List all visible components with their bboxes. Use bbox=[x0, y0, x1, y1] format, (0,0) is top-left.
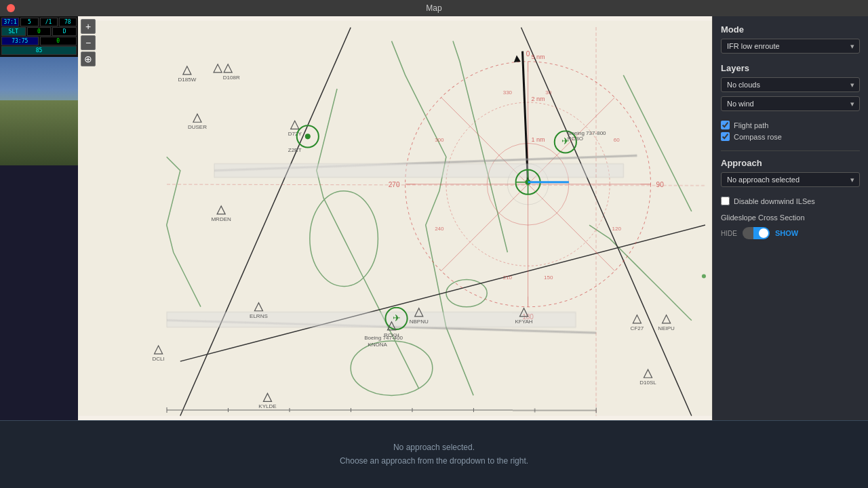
svg-text:330: 330 bbox=[503, 89, 513, 96]
svg-text:DUSER: DUSER bbox=[188, 124, 207, 130]
simulator-view bbox=[0, 57, 78, 165]
compass-rose-row: Compass rose bbox=[721, 132, 860, 141]
svg-text:KFYAH: KFYAH bbox=[515, 319, 532, 325]
right-panel: Mode IFR low enroute IFR high enroute VF… bbox=[712, 16, 868, 488]
svg-text:150: 150 bbox=[544, 274, 553, 281]
instrument-speed: 37:1 bbox=[1, 18, 19, 26]
disable-ils-label: Disable downwind ILSes bbox=[734, 197, 815, 205]
svg-text:NEIPU: NEIPU bbox=[658, 325, 675, 331]
svg-text:5 nm: 5 nm bbox=[532, 54, 545, 60]
svg-text:DCLI: DCLI bbox=[152, 356, 164, 362]
disable-ils-checkbox[interactable] bbox=[721, 197, 730, 205]
instrument-hdg: 78 bbox=[59, 18, 77, 26]
svg-text:D185W: D185W bbox=[178, 77, 196, 83]
svg-text:Z2RT: Z2RT bbox=[288, 147, 302, 153]
svg-text:CF27: CF27 bbox=[631, 325, 644, 331]
map-area[interactable]: 0 90 180 270 30 330 60 120 150 210 240 3… bbox=[78, 16, 712, 420]
divider-1 bbox=[721, 150, 860, 151]
svg-text:RCKH: RCKH bbox=[384, 332, 399, 338]
instrument-g1: 0 bbox=[27, 27, 52, 36]
svg-point-87 bbox=[702, 274, 706, 278]
close-button[interactable] bbox=[7, 4, 15, 12]
svg-text:30: 30 bbox=[545, 89, 551, 96]
bottom-bar: No approach selected. Choose an approach… bbox=[0, 420, 868, 488]
mode-dropdown[interactable]: IFR low enroute IFR high enroute VFR sec… bbox=[721, 39, 860, 54]
svg-text:90: 90 bbox=[656, 181, 665, 188]
svg-text:✈: ✈ bbox=[393, 312, 401, 323]
svg-text:1 nm: 1 nm bbox=[532, 136, 545, 143]
zoom-out-button[interactable]: − bbox=[81, 35, 96, 50]
svg-point-66 bbox=[305, 134, 311, 139]
left-sidebar: 37:1 5 /1 78 SLT 0 D 73:75 0 85 bbox=[0, 16, 78, 488]
status-text: No approach selected. Choose an approach… bbox=[340, 441, 528, 467]
svg-text:60: 60 bbox=[614, 137, 620, 143]
flight-path-checkbox[interactable] bbox=[721, 121, 730, 129]
clouds-dropdown[interactable]: No clouds Few clouds Scattered bbox=[721, 77, 860, 92]
svg-text:ELRNS: ELRNS bbox=[250, 313, 268, 319]
instrument-freq2: 85 bbox=[1, 46, 77, 55]
show-label: SHOW bbox=[775, 229, 798, 237]
clouds-dropdown-wrapper[interactable]: No clouds Few clouds Scattered bbox=[721, 77, 860, 92]
glideslope-toggle[interactable] bbox=[743, 227, 770, 239]
glideslope-label: Glideslope Cross Section bbox=[721, 214, 860, 222]
svg-text:D108R: D108R bbox=[223, 75, 240, 81]
svg-text:KNONA: KNONA bbox=[368, 342, 387, 348]
mode-section: Mode IFR low enroute IFR high enroute VF… bbox=[721, 24, 860, 54]
titlebar: Map bbox=[0, 0, 868, 16]
mode-label: Mode bbox=[721, 24, 860, 35]
flight-path-label: Flight path bbox=[734, 121, 768, 129]
approach-section: Approach No approach selected ILS 28L IL… bbox=[721, 158, 860, 187]
layers-label: Layers bbox=[721, 63, 860, 73]
instrument-freq1: 73:75 bbox=[1, 37, 39, 45]
wind-dropdown[interactable]: No wind Light wind Moderate wind bbox=[721, 96, 860, 111]
compass-rose-label: Compass rose bbox=[734, 133, 782, 141]
approach-dropdown[interactable]: No approach selected ILS 28L ILS 28R VOR… bbox=[721, 172, 860, 187]
svg-text:0: 0 bbox=[526, 50, 530, 58]
wind-dropdown-wrapper[interactable]: No wind Light wind Moderate wind bbox=[721, 96, 860, 111]
svg-rect-37 bbox=[214, 164, 623, 178]
svg-text:2 nm: 2 nm bbox=[532, 96, 545, 102]
svg-text:RCBO: RCBO bbox=[568, 136, 583, 142]
svg-text:120: 120 bbox=[612, 226, 622, 232]
svg-text:240: 240 bbox=[435, 226, 444, 232]
instrument-g2: 0 bbox=[40, 37, 77, 45]
mode-dropdown-wrapper[interactable]: IFR low enroute IFR high enroute VFR sec… bbox=[721, 39, 860, 54]
layers-section: Layers No clouds Few clouds Scattered No… bbox=[721, 63, 860, 111]
center-map-button[interactable]: ⊕ bbox=[81, 52, 96, 66]
glideslope-toggle-row: HIDE SHOW bbox=[721, 227, 860, 239]
flight-instruments: 37:1 5 /1 78 SLT 0 D 73:75 0 85 bbox=[0, 16, 78, 57]
svg-text:300: 300 bbox=[435, 137, 444, 143]
map-svg: 0 90 180 270 30 330 60 120 150 210 240 3… bbox=[78, 16, 712, 420]
overlays-section: Flight path Compass rose bbox=[721, 121, 860, 141]
instrument-vs: /1 bbox=[40, 18, 58, 26]
svg-text:KYLDE: KYLDE bbox=[258, 404, 277, 410]
svg-text:D10SL: D10SL bbox=[639, 380, 656, 386]
window-title: Map bbox=[426, 3, 441, 13]
zoom-in-button[interactable]: + bbox=[81, 19, 96, 34]
approach-dropdown-wrapper[interactable]: No approach selected ILS 28L ILS 28R VOR… bbox=[721, 172, 860, 187]
instrument-alt1: 5 bbox=[20, 18, 38, 26]
approach-label: Approach bbox=[721, 158, 860, 168]
compass-rose-checkbox[interactable] bbox=[721, 132, 730, 141]
svg-text:NBPNU: NBPNU bbox=[410, 319, 429, 325]
svg-text:D72Y: D72Y bbox=[288, 131, 302, 137]
instrument-d: D bbox=[52, 27, 77, 36]
glideslope-section: Glideslope Cross Section HIDE SHOW bbox=[721, 214, 860, 239]
status-line1: No approach selected. bbox=[340, 441, 528, 454]
svg-text:210: 210 bbox=[503, 274, 513, 281]
svg-text:MRDEN: MRDEN bbox=[211, 216, 231, 222]
svg-rect-0 bbox=[78, 20, 712, 415]
flight-path-row: Flight path bbox=[721, 121, 860, 129]
disable-ils-row: Disable downwind ILSes bbox=[721, 197, 860, 205]
map-controls: + − ⊕ bbox=[78, 16, 98, 69]
instrument-slt: SLT bbox=[1, 27, 26, 36]
hide-label: HIDE bbox=[721, 230, 737, 237]
status-line2: Choose an approach from the dropdown to … bbox=[340, 455, 528, 468]
